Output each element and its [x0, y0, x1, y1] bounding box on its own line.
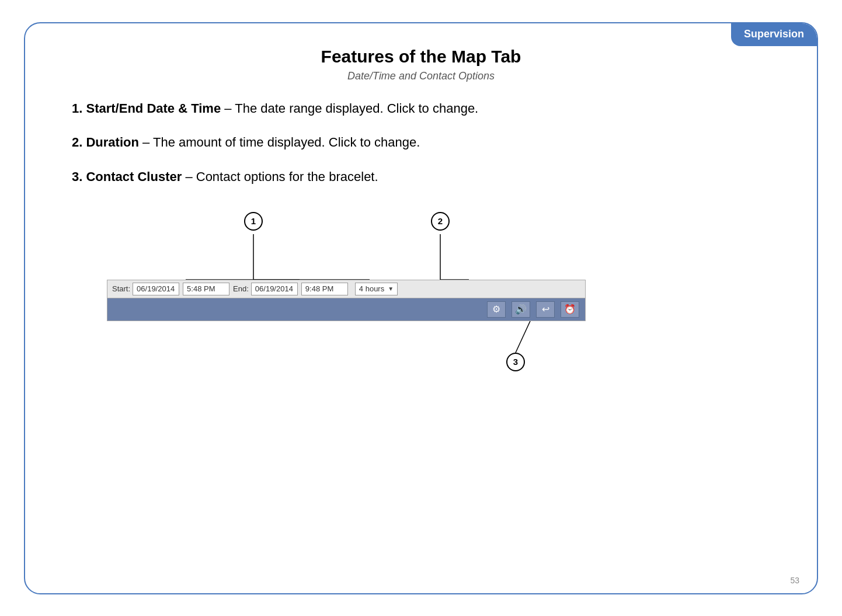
slide-header: Features of the Map Tab Date/Time and Co… — [60, 47, 782, 82]
end-time-field[interactable]: 9:48 PM — [301, 283, 348, 295]
item-3-number: 3. — [72, 169, 82, 184]
item-2-desc: – The amount of time displayed. Click to… — [139, 135, 420, 149]
item-1-number: 1. — [72, 101, 82, 116]
corner-tab: Supervision — [731, 23, 817, 46]
list-item-2: 2. Duration – The amount of time display… — [72, 134, 782, 152]
end-label: End: — [233, 284, 249, 293]
item-3-term: Contact Cluster — [86, 169, 182, 184]
icon-btn-2[interactable]: 🔊 — [512, 301, 530, 318]
item-3-desc: – Contact options for the bracelet. — [182, 169, 378, 184]
start-date-field[interactable]: 06/19/2014 — [133, 283, 179, 295]
duration-dropdown-arrow: ▼ — [388, 286, 394, 292]
slide-subtitle: Date/Time and Contact Options — [60, 70, 782, 82]
list-item-1: 1. Start/End Date & Time – The date rang… — [72, 100, 782, 118]
icon-btn-1[interactable]: ⚙ — [487, 301, 506, 318]
item-1-desc: – The date range displayed. Click to cha… — [221, 101, 478, 116]
item-1-term: Start/End Date & Time — [86, 101, 221, 116]
slide-title: Features of the Map Tab — [60, 47, 782, 67]
slide-container: Supervision Features of the Map Tab Date… — [24, 22, 818, 594]
start-time-field[interactable]: 5:48 PM — [183, 283, 229, 295]
item-2-term: Duration — [86, 135, 138, 149]
callout-1: 1 — [244, 212, 263, 231]
callout-3: 3 — [506, 353, 525, 371]
content-list: 1. Start/End Date & Time – The date rang… — [72, 100, 782, 186]
toolbar-row1: Start: 06/19/2014 5:48 PM End: 06/19/201… — [107, 280, 585, 298]
item-2-number: 2. — [72, 135, 82, 149]
icon-btn-3[interactable]: ↩ — [536, 301, 555, 318]
end-date-field[interactable]: 06/19/2014 — [251, 283, 298, 295]
callout-2: 2 — [431, 212, 450, 231]
list-item-3: 3. Contact Cluster – Contact options for… — [72, 168, 782, 186]
duration-field[interactable]: 4 hours ▼ — [355, 283, 398, 295]
page-number: 53 — [790, 576, 799, 585]
icon-btn-4[interactable]: ⏰ — [561, 301, 579, 318]
diagram-area: 1 2 Start: 06/19/2014 5:48 PM End: 06/19… — [95, 204, 782, 402]
toolbar-mockup: Start: 06/19/2014 5:48 PM End: 06/19/201… — [107, 280, 586, 321]
start-label: Start: — [112, 284, 130, 293]
toolbar-row2: ⚙ 🔊 ↩ ⏰ — [107, 298, 585, 321]
